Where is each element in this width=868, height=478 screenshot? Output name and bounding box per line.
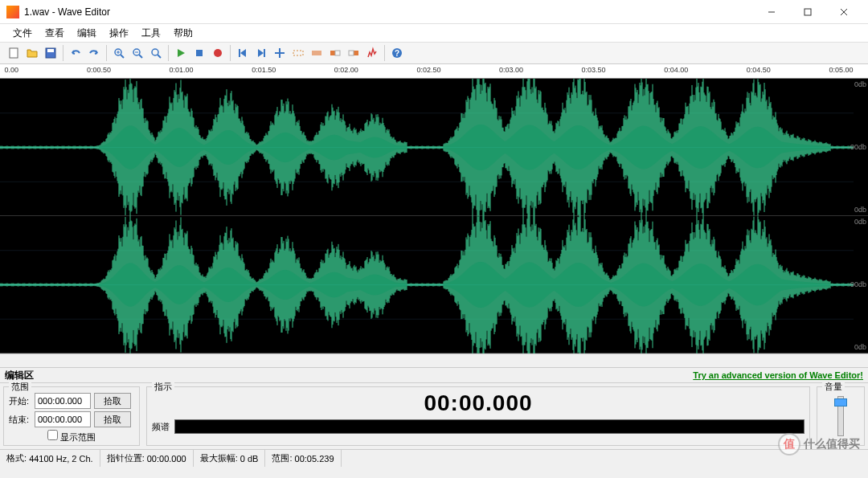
- zoom-in-icon[interactable]: [110, 44, 128, 62]
- edit-area-header: 编辑区 Try an advanced version of Wave Edit…: [0, 367, 868, 383]
- svg-rect-27: [349, 51, 354, 55]
- title-bar: 1.wav - Wave Editor: [0, 0, 868, 24]
- zoom-fit-icon[interactable]: [147, 44, 165, 62]
- undo-icon[interactable]: [67, 44, 84, 62]
- ruler-tick: 0:04.50: [747, 66, 771, 74]
- svg-rect-25: [335, 51, 340, 55]
- status-amplitude: 最大振幅: 0 dB: [194, 450, 266, 467]
- svg-point-17: [214, 49, 222, 57]
- select-right-icon[interactable]: [345, 44, 362, 62]
- svg-rect-1: [805, 9, 811, 15]
- svg-rect-18: [239, 49, 240, 57]
- minimize-button[interactable]: [753, 0, 789, 24]
- ruler-tick: 0:03.00: [499, 66, 523, 74]
- redo-icon[interactable]: [85, 44, 103, 62]
- zoom-out-icon[interactable]: [129, 44, 146, 62]
- svg-rect-16: [196, 50, 203, 56]
- control-panels: 范围 开始: 拾取 结束: 拾取 显示范围 指示 00:00.000 频谱 音量: [0, 383, 868, 449]
- volume-slider[interactable]: [837, 396, 844, 436]
- menu-file[interactable]: 文件: [6, 25, 39, 42]
- ruler-tick: 0:02.00: [334, 66, 358, 74]
- menu-edit[interactable]: 编辑: [71, 25, 103, 42]
- menu-bar: 文件 查看 编辑 操作 工具 帮助: [0, 24, 868, 42]
- svg-text:?: ?: [395, 49, 399, 58]
- record-icon[interactable]: [209, 44, 227, 62]
- indicator-legend: 指示: [152, 381, 174, 393]
- svg-rect-4: [10, 48, 18, 58]
- add-marker-icon[interactable]: [271, 44, 289, 62]
- ruler-tick: 0:01.50: [252, 66, 276, 74]
- db-label: 0db: [854, 343, 866, 351]
- help-icon[interactable]: ?: [388, 44, 406, 62]
- ruler-tick: 0:05.00: [829, 66, 853, 74]
- svg-point-14: [152, 49, 158, 55]
- status-pointer: 指针位置: 00:00.000: [100, 450, 194, 467]
- db-label: 0db: [854, 218, 866, 226]
- select-left-icon[interactable]: [326, 44, 344, 62]
- waveform-display[interactable]: 0db -90db 0db 0db -90db 0db: [0, 79, 868, 353]
- svg-rect-19: [264, 49, 265, 57]
- waveform-channel-right[interactable]: 0db -90db 0db: [0, 216, 868, 353]
- status-range: 范围: 00:05.239: [265, 450, 341, 467]
- save-icon[interactable]: [42, 44, 59, 62]
- menu-help[interactable]: 帮助: [167, 25, 199, 42]
- skip-start-icon[interactable]: [234, 44, 252, 62]
- start-input[interactable]: [35, 393, 91, 409]
- range-panel: 范围 开始: 拾取 结束: 拾取 显示范围: [3, 386, 140, 446]
- svg-rect-22: [293, 51, 303, 55]
- time-display: 00:00.000: [152, 390, 805, 416]
- menu-operate[interactable]: 操作: [103, 25, 135, 42]
- status-format: 格式: 44100 Hz, 2 Ch.: [0, 450, 100, 467]
- timeline-ruler[interactable]: 0.00 0:00.50 0:01.00 0:01.50 0:02.00 0:0…: [0, 64, 868, 79]
- waveform-channel-left[interactable]: 0db -90db 0db: [0, 79, 868, 216]
- pick-start-button[interactable]: 拾取: [94, 393, 131, 409]
- svg-rect-24: [330, 51, 335, 55]
- volume-panel: 音量: [817, 386, 865, 446]
- ruler-tick: 0:00.50: [87, 66, 111, 74]
- window-title: 1.wav - Wave Editor: [24, 6, 753, 18]
- range-legend: 范围: [9, 381, 31, 393]
- maximize-button[interactable]: [789, 0, 825, 24]
- toolbar: ?: [0, 42, 868, 64]
- db-label: -90db: [848, 143, 866, 151]
- waveform-svg-left: [0, 79, 854, 216]
- stop-icon[interactable]: [190, 44, 208, 62]
- app-icon: [6, 6, 19, 18]
- open-folder-icon[interactable]: [23, 44, 41, 62]
- edit-area-label: 编辑区: [5, 369, 34, 382]
- end-label: 结束:: [9, 414, 31, 426]
- volume-thumb[interactable]: [834, 398, 847, 407]
- play-icon[interactable]: [172, 44, 190, 62]
- svg-line-12: [139, 55, 142, 58]
- svg-rect-26: [354, 51, 358, 55]
- waveform-svg-right: [0, 216, 854, 353]
- svg-line-15: [158, 55, 161, 58]
- volume-legend: 音量: [822, 381, 845, 393]
- end-input[interactable]: [35, 411, 91, 427]
- svg-rect-6: [47, 49, 54, 52]
- close-button[interactable]: [825, 0, 862, 24]
- ruler-tick: 0:02.50: [416, 66, 440, 74]
- db-label: -90db: [848, 280, 866, 288]
- select-all-icon[interactable]: [289, 44, 307, 62]
- show-range-checkbox[interactable]: [47, 430, 58, 440]
- db-label: 0db: [854, 80, 866, 88]
- menu-view[interactable]: 查看: [39, 25, 71, 42]
- new-file-icon[interactable]: [5, 44, 23, 62]
- upgrade-link[interactable]: Try an advanced version of Wave Editor!: [693, 370, 863, 380]
- ruler-tick: 0:04.00: [664, 66, 688, 74]
- pick-end-button[interactable]: 拾取: [94, 411, 131, 427]
- svg-line-8: [121, 55, 124, 58]
- skip-end-icon[interactable]: [252, 44, 270, 62]
- select-none-icon[interactable]: [308, 44, 326, 62]
- horizontal-scrollbar[interactable]: [0, 353, 868, 367]
- start-label: 开始:: [9, 395, 31, 407]
- ruler-tick: 0:03.50: [582, 66, 606, 74]
- menu-tools[interactable]: 工具: [135, 25, 167, 42]
- indicator-panel: 指示 00:00.000 频谱: [146, 386, 810, 446]
- status-bar: 格式: 44100 Hz, 2 Ch. 指针位置: 00:00.000 最大振幅…: [0, 449, 868, 467]
- normalize-icon[interactable]: [363, 44, 381, 62]
- svg-rect-23: [312, 51, 321, 55]
- ruler-tick: 0:01.00: [170, 66, 194, 74]
- show-range-label: 显示范围: [60, 432, 96, 442]
